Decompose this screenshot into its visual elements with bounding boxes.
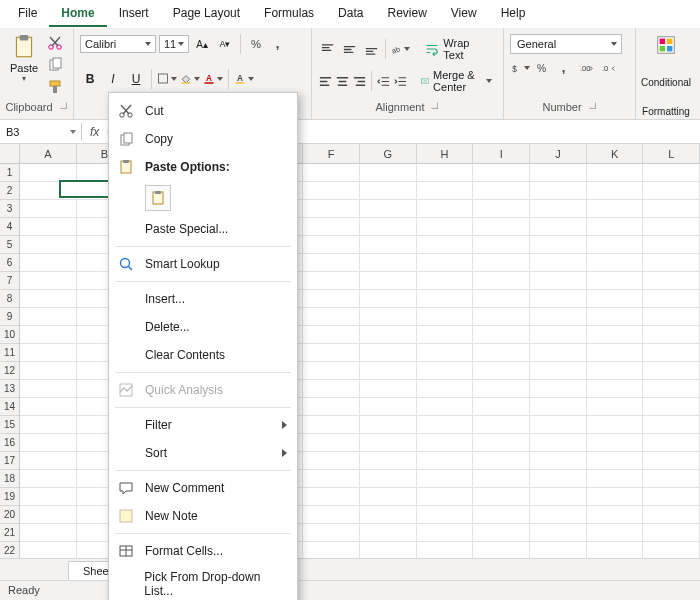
increase-indent-button[interactable] [393, 71, 408, 91]
row-header-3[interactable]: 3 [0, 200, 19, 218]
format-painter-button[interactable] [46, 78, 64, 96]
ctx-clear-contents[interactable]: Clear Contents [109, 341, 297, 369]
row-header-9[interactable]: 9 [0, 308, 19, 326]
font-name-combo[interactable]: Calibri [80, 35, 156, 53]
ctx-pick-from-list[interactable]: Pick From Drop-down List... [109, 565, 297, 600]
fx-icon[interactable]: fx [82, 125, 107, 139]
menu-review[interactable]: Review [375, 0, 438, 27]
row-header-19[interactable]: 19 [0, 488, 19, 506]
underline-button[interactable]: U [126, 69, 146, 89]
paste-dropdown-caret-icon[interactable]: ▾ [22, 74, 26, 83]
align-left-button[interactable] [318, 71, 333, 91]
paste-button[interactable]: Paste ▾ [6, 34, 42, 96]
accounting-button[interactable]: $ [510, 58, 530, 78]
increase-font-button[interactable]: A▴ [192, 34, 212, 54]
row-header-21[interactable]: 21 [0, 524, 19, 542]
ctx-paste-option-default[interactable] [145, 185, 171, 211]
group-label-alignment[interactable]: Alignment [316, 101, 499, 115]
font-color-button-2[interactable]: A [234, 69, 254, 89]
row-header-1[interactable]: 1 [0, 164, 19, 182]
row-header-4[interactable]: 4 [0, 218, 19, 236]
row-header-12[interactable]: 12 [0, 362, 19, 380]
row-header-2[interactable]: 2 [0, 182, 19, 200]
decrease-indent-button[interactable] [376, 71, 391, 91]
row-header-10[interactable]: 10 [0, 326, 19, 344]
row-header-16[interactable]: 16 [0, 434, 19, 452]
comma-button[interactable]: , [554, 58, 574, 78]
group-label-number[interactable]: Number [508, 101, 631, 115]
menu-home[interactable]: Home [49, 0, 106, 27]
italic-button[interactable]: I [103, 69, 123, 89]
fill-color-button[interactable] [180, 69, 200, 89]
scissors-icon [117, 102, 135, 120]
wrap-text-button[interactable]: Wrap Text [420, 34, 497, 64]
col-header-H[interactable]: H [417, 144, 474, 163]
col-header-J[interactable]: J [530, 144, 587, 163]
ctx-smart-lookup[interactable]: Smart Lookup [109, 250, 297, 278]
col-header-F[interactable]: F [303, 144, 360, 163]
row-header-14[interactable]: 14 [0, 398, 19, 416]
align-right-button[interactable] [352, 71, 367, 91]
ctx-delete-label: Delete... [145, 320, 190, 334]
row-header-11[interactable]: 11 [0, 344, 19, 362]
col-header-A[interactable]: A [20, 144, 77, 163]
col-header-G[interactable]: G [360, 144, 417, 163]
percent-button[interactable]: % [532, 58, 552, 78]
row-header-5[interactable]: 5 [0, 236, 19, 254]
border-button[interactable] [157, 69, 177, 89]
col-header-L[interactable]: L [643, 144, 700, 163]
menu-insert[interactable]: Insert [107, 0, 161, 27]
row-header-7[interactable]: 7 [0, 272, 19, 290]
row-header-15[interactable]: 15 [0, 416, 19, 434]
ctx-filter[interactable]: Filter [109, 411, 297, 439]
align-center-button[interactable] [335, 71, 350, 91]
menu-data[interactable]: Data [326, 0, 375, 27]
group-label-clipboard[interactable]: Clipboard [4, 101, 69, 115]
col-header-I[interactable]: I [473, 144, 530, 163]
merge-center-button[interactable]: Merge & Center [416, 66, 497, 96]
col-header-K[interactable]: K [587, 144, 644, 163]
formula-bar-row: B3 fx [0, 120, 700, 144]
clipboard-small-icon [150, 190, 166, 206]
row-header-18[interactable]: 18 [0, 470, 19, 488]
number-format-combo[interactable]: General [510, 34, 622, 54]
row-header-17[interactable]: 17 [0, 452, 19, 470]
name-box[interactable]: B3 [0, 123, 82, 141]
ctx-format-cells[interactable]: Format Cells... [109, 537, 297, 565]
ctx-new-note[interactable]: New Note [109, 502, 297, 530]
menu-formulas[interactable]: Formulas [252, 0, 326, 27]
ctx-new-comment[interactable]: New Comment [109, 474, 297, 502]
cut-button[interactable] [46, 34, 64, 52]
align-top-button[interactable] [318, 39, 338, 59]
comma-style-button[interactable]: , [269, 34, 289, 54]
row-header-8[interactable]: 8 [0, 290, 19, 308]
row-header-13[interactable]: 13 [0, 380, 19, 398]
ctx-delete[interactable]: Delete... [109, 313, 297, 341]
row-headers: 1234567891011121314151617181920212223 [0, 164, 20, 580]
font-size-combo[interactable]: 11 [159, 35, 189, 53]
ctx-cut[interactable]: Cut [109, 97, 297, 125]
select-all-corner[interactable] [0, 144, 20, 164]
bold-button[interactable]: B [80, 69, 100, 89]
ctx-paste-special[interactable]: Paste Special... [109, 215, 297, 243]
align-middle-button[interactable] [340, 39, 360, 59]
ctx-insert[interactable]: Insert... [109, 285, 297, 313]
decrease-font-button[interactable]: A▾ [215, 34, 235, 54]
row-header-6[interactable]: 6 [0, 254, 19, 272]
accounting-format-button[interactable]: % [246, 34, 266, 54]
menu-help[interactable]: Help [489, 0, 538, 27]
increase-decimal-button[interactable]: .00 [576, 58, 596, 78]
font-color-button[interactable]: A [203, 69, 223, 89]
orientation-button[interactable]: ab [390, 39, 410, 59]
menu-view[interactable]: View [439, 0, 489, 27]
row-header-20[interactable]: 20 [0, 506, 19, 524]
copy-button[interactable] [46, 56, 64, 74]
ctx-copy[interactable]: Copy [109, 125, 297, 153]
ctx-copy-label: Copy [145, 132, 173, 146]
ctx-sort[interactable]: Sort [109, 439, 297, 467]
menu-page-layout[interactable]: Page Layout [161, 0, 252, 27]
menu-file[interactable]: File [6, 0, 49, 27]
decrease-decimal-button[interactable]: .0 [598, 58, 618, 78]
conditional-formatting-button[interactable] [655, 34, 677, 56]
align-bottom-button[interactable] [362, 39, 382, 59]
